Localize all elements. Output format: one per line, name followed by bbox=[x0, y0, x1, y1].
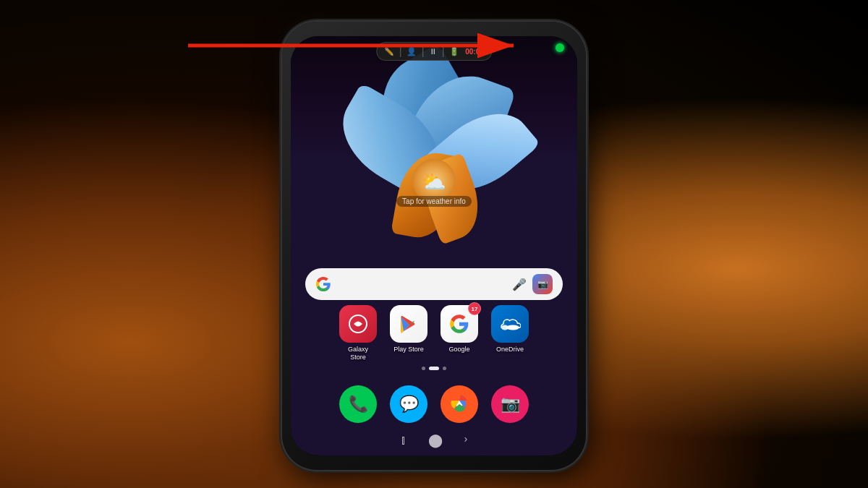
weather-icon: ⛅ bbox=[396, 170, 472, 194]
page-dot-3 bbox=[443, 367, 446, 370]
dock-camera-icon[interactable]: 📷 bbox=[491, 385, 529, 423]
phone-body: ✏️ 👤 ⏸ 🔋 00:01 ⛅ Tap for weather info bbox=[282, 22, 586, 470]
navigation-bar: ⫿ ⬤ ‹ bbox=[401, 432, 468, 448]
dock-messages-icon[interactable]: 💬 bbox=[390, 385, 427, 423]
scene: ✏️ 👤 ⏸ 🔋 00:01 ⛅ Tap for weather info bbox=[0, 0, 868, 488]
red-arrow bbox=[181, 27, 528, 64]
search-mic-icon[interactable]: 🎤 bbox=[512, 278, 527, 291]
google-label: Google bbox=[448, 346, 469, 354]
phone-screen: ✏️ 👤 ⏸ 🔋 00:01 ⛅ Tap for weather info bbox=[291, 36, 577, 455]
phone: ✏️ 👤 ⏸ 🔋 00:01 ⛅ Tap for weather info bbox=[282, 22, 586, 470]
play-store-label: Play Store bbox=[393, 346, 424, 354]
play-store-logo bbox=[399, 314, 419, 334]
galaxy-store-logo bbox=[347, 313, 369, 335]
onedrive-label: OneDrive bbox=[496, 346, 524, 354]
galaxy-store-icon[interactable] bbox=[339, 305, 377, 343]
chrome-logo bbox=[449, 394, 469, 414]
home-icon[interactable]: ⬤ bbox=[428, 432, 443, 448]
recording-green-dot bbox=[556, 43, 564, 52]
galaxy-store-label: GalaxyStore bbox=[348, 346, 368, 361]
weather-tap-text: Tap for weather info bbox=[396, 196, 472, 207]
onedrive-logo bbox=[499, 316, 521, 332]
dock-chrome-icon[interactable] bbox=[441, 385, 478, 423]
back-icon[interactable]: ‹ bbox=[464, 435, 468, 446]
recent-apps-icon[interactable]: ⫿ bbox=[401, 434, 407, 447]
app-item-google[interactable]: 17 Google bbox=[441, 305, 478, 354]
search-bar[interactable]: 🎤 📷 bbox=[305, 268, 563, 300]
page-dot-2-active bbox=[429, 367, 439, 370]
search-lens-icon[interactable]: 📷 bbox=[532, 274, 553, 294]
google-logo bbox=[449, 314, 469, 334]
bottom-dock: 📞 💬 bbox=[339, 385, 529, 423]
app-row: GalaxyStore bbox=[339, 305, 529, 361]
onedrive-icon[interactable] bbox=[491, 305, 529, 343]
wallpaper: ✏️ 👤 ⏸ 🔋 00:01 ⛅ Tap for weather info bbox=[291, 36, 577, 455]
weather-widget[interactable]: ⛅ Tap for weather info bbox=[396, 170, 472, 207]
app-item-galaxy-store[interactable]: GalaxyStore bbox=[339, 305, 377, 361]
page-dots bbox=[422, 367, 446, 370]
play-store-icon[interactable] bbox=[390, 305, 427, 343]
dock-phone-icon[interactable]: 📞 bbox=[339, 385, 377, 423]
google-badge: 17 bbox=[468, 302, 481, 315]
page-dot-1 bbox=[422, 367, 425, 370]
app-item-onedrive[interactable]: OneDrive bbox=[491, 305, 529, 354]
google-logo bbox=[315, 276, 331, 292]
google-icon[interactable]: 17 bbox=[441, 305, 478, 343]
svg-point-4 bbox=[506, 325, 519, 330]
app-item-play-store[interactable]: Play Store bbox=[390, 305, 427, 354]
